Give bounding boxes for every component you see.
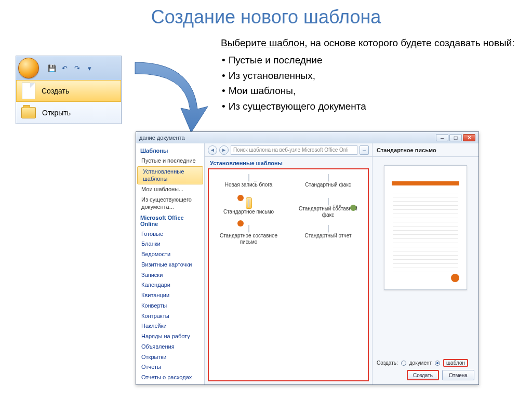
radio-template-label: шаблон <box>443 359 468 367</box>
sidebar-item-online[interactable]: Отчеты <box>136 362 204 373</box>
save-icon[interactable]: 💾 <box>46 62 58 74</box>
gallery-heading: Установленные шаблоны <box>205 157 372 168</box>
template-tile-merge-letter[interactable]: Стандартное составное письмо <box>213 224 284 245</box>
template-tile-fax[interactable]: Стандартный факс <box>292 174 364 193</box>
quick-access-toolbar: 💾 ↶ ↷ ▾ <box>16 56 121 80</box>
bullet: Из установленных, <box>221 68 515 83</box>
radio-template[interactable] <box>435 361 440 366</box>
bullet: Мои шаблоны, <box>221 83 515 98</box>
cancel-button[interactable]: Отмена <box>442 370 474 380</box>
nav-forward-button[interactable]: ► <box>219 145 229 155</box>
sidebar-header-templates: Шаблоны <box>136 145 204 156</box>
dialog-titlebar[interactable]: дание документа – □ ✕ <box>136 132 478 143</box>
template-tile-standard-letter[interactable]: Стандартное письмо <box>213 197 284 220</box>
search-go-button[interactable]: → <box>360 145 369 155</box>
slide-title: Создание нового шаблона <box>0 0 532 31</box>
search-toolbar: ◄ ► Поиск шаблона на веб-узле Microsoft … <box>205 143 372 157</box>
menu-item-open[interactable]: Открыть <box>16 102 121 124</box>
window-close-button[interactable]: ✕ <box>463 134 475 141</box>
template-search-input[interactable]: Поиск шаблона на веб-узле Microsoft Offi… <box>231 145 357 155</box>
new-document-icon <box>22 83 35 99</box>
template-gallery-pane: ◄ ► Поиск шаблона на веб-узле Microsoft … <box>205 143 373 384</box>
sidebar-item-my-templates[interactable]: Мои шаблоны... <box>136 184 204 195</box>
radio-document[interactable] <box>401 361 406 366</box>
open-folder-icon <box>21 107 36 118</box>
template-category-sidebar: Шаблоны Пустые и последние Установленные… <box>136 143 205 384</box>
bullet: Пустые и последние <box>221 52 515 68</box>
sidebar-item-online[interactable]: Контракты <box>136 311 204 322</box>
sidebar-header-office-online: Microsoft Office Online <box>136 212 204 229</box>
guide-arrow <box>125 57 213 135</box>
instruction-block: Выберите шаблон, на основе которого буде… <box>221 35 515 114</box>
sidebar-item-online[interactable]: Наряды на работу <box>136 331 204 342</box>
sidebar-item-blank-recent[interactable]: Пустые и последние <box>136 156 204 166</box>
template-tile-report[interactable]: Стандартный отчет <box>292 224 364 245</box>
instruction-lead: Выберите шаблон <box>221 37 304 48</box>
radio-document-label: документ <box>409 360 432 366</box>
instruction-tail: , на основе которого будете создавать но… <box>304 37 514 48</box>
preview-page-thumbnail <box>384 165 467 290</box>
template-label: Стандартное письмо <box>213 209 284 220</box>
new-document-dialog: дание документа – □ ✕ Шаблоны Пустые и п… <box>136 131 479 385</box>
undo-icon[interactable]: ↶ <box>59 62 70 74</box>
instruction-bullets: Пустые и последние Из установленных, Мои… <box>221 52 515 114</box>
sidebar-item-online[interactable]: Бланки <box>136 239 204 249</box>
template-tile-blog[interactable]: ··· Новая запись блога <box>213 174 284 193</box>
template-label: Стандартный факс <box>292 182 364 193</box>
sidebar-item-online[interactable]: Наклейки <box>136 321 204 331</box>
template-label: Стандартный отчет <box>292 233 364 244</box>
create-as-label: Создать: <box>377 360 398 366</box>
gallery-highlight-box: ··· Новая запись блога Стандартный факс … <box>208 168 369 381</box>
office-menu-snippet: 💾 ↶ ↷ ▾ Создать Открыть <box>16 56 122 124</box>
preview-title: Стандартное письмо <box>373 143 478 157</box>
sidebar-item-online[interactable]: Открытки <box>136 352 204 363</box>
template-label: Новая запись блога <box>213 182 284 193</box>
nav-back-button[interactable]: ◄ <box>208 145 217 155</box>
template-label: Стандартное составное письмо <box>213 233 284 245</box>
office-button[interactable] <box>18 58 39 78</box>
sidebar-item-from-existing[interactable]: Из существующего документа... <box>136 195 204 212</box>
redo-icon[interactable]: ↷ <box>71 62 83 74</box>
sidebar-item-online[interactable]: Отчеты о расходах <box>136 373 204 383</box>
menu-label: Создать <box>42 87 69 95</box>
bullet: Из существующего документа <box>221 99 515 114</box>
sidebar-item-online[interactable]: Ведомости <box>136 249 204 260</box>
window-maximize-button[interactable]: □ <box>449 134 462 141</box>
sidebar-item-online[interactable]: Визитные карточки <box>136 260 204 270</box>
customize-qat-icon[interactable]: ▾ <box>84 62 95 74</box>
create-button[interactable]: Создать <box>407 370 439 380</box>
window-minimize-button[interactable]: – <box>436 134 448 141</box>
sidebar-item-online[interactable]: Записки <box>136 270 204 281</box>
sidebar-item-online[interactable]: Конверты <box>136 301 204 311</box>
sidebar-item-online[interactable]: Объявления <box>136 342 204 352</box>
dialog-footer: Создать: документ шаблон Создать Отмена <box>373 356 478 384</box>
dialog-title-text: дание документа <box>139 135 436 141</box>
sidebar-item-online[interactable]: Готовые <box>136 229 204 240</box>
sidebar-item-online[interactable]: Письма <box>136 383 204 384</box>
sidebar-item-installed-templates[interactable]: Установленные шаблоны <box>137 166 203 185</box>
sidebar-item-online[interactable]: Календари <box>136 280 204 290</box>
sidebar-item-online[interactable]: Квитанции <box>136 290 204 301</box>
menu-label: Открыть <box>42 109 71 117</box>
template-preview-pane: Стандартное письмо Создать: документ шаб… <box>373 143 478 384</box>
menu-item-create[interactable]: Создать <box>16 80 121 102</box>
